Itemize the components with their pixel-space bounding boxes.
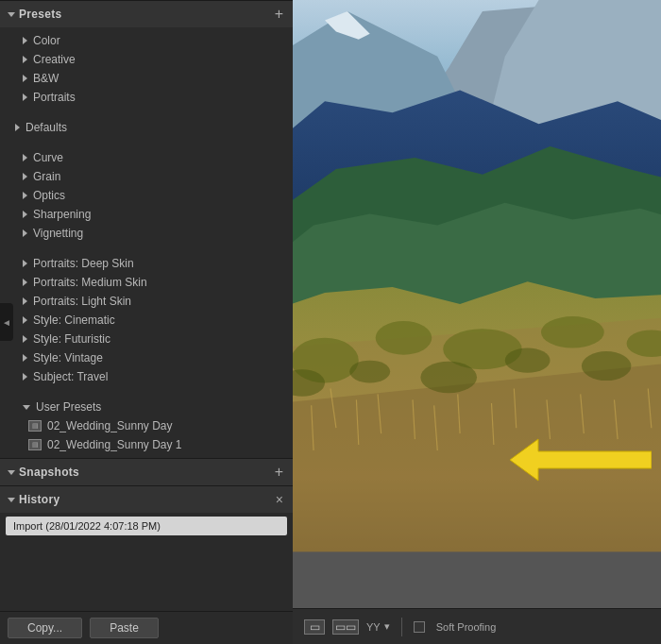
curve-expand-icon: [23, 154, 27, 161]
preset-item-vignetting[interactable]: Vignetting: [0, 224, 293, 243]
preset-label-curve: Curve: [33, 151, 63, 164]
presets-header-left: Presets: [8, 8, 61, 21]
style-cinematic-expand-icon: [23, 316, 27, 324]
divider-2: [0, 139, 293, 146]
svg-point-12: [376, 321, 432, 355]
preset-file-icon-2: ▤: [28, 439, 42, 450]
left-panel-content: Presets + Color Creative: [0, 0, 293, 644]
sharpening-expand-icon: [23, 211, 27, 218]
divider-1: [0, 109, 293, 116]
presets-main-group: Color Creative B&W Portraits: [0, 29, 293, 109]
image-area: [293, 0, 661, 608]
preset-label-defaults: Defaults: [25, 121, 67, 134]
preset-label-subject-travel: Subject: Travel: [33, 370, 108, 383]
compare-icon[interactable]: ▭▭: [332, 619, 359, 635]
user-presets-expand-icon: [23, 405, 30, 410]
preset-item-style-vintage[interactable]: Style: Vintage: [0, 348, 293, 367]
snapshots-section: Snapshots +: [0, 458, 293, 485]
user-presets-group: User Presets ▤ 02_Wedding_Sunny Day ▤ 02…: [0, 396, 293, 456]
style-vintage-expand-icon: [23, 354, 27, 362]
vignetting-expand-icon: [23, 229, 27, 237]
preset-item-curve[interactable]: Curve: [0, 148, 293, 167]
preset-item-user-presets[interactable]: User Presets: [0, 398, 293, 416]
user-preset-item-2[interactable]: ▤ 02_Wedding_Sunny Day 1: [0, 435, 293, 454]
svg-point-17: [349, 361, 390, 383]
presets-title: Presets: [19, 8, 61, 21]
presets-collapse-icon: [8, 12, 15, 17]
snapshots-add-button[interactable]: +: [275, 465, 283, 480]
portraits-light-expand-icon: [23, 297, 27, 305]
snapshots-header-left: Snapshots: [8, 466, 79, 479]
snapshots-header[interactable]: Snapshots +: [0, 458, 293, 485]
preset-item-portraits-deep[interactable]: Portraits: Deep Skin: [0, 254, 293, 273]
preset-item-optics[interactable]: Optics: [0, 186, 293, 205]
soft-proofing-checkbox[interactable]: [414, 621, 425, 633]
preset-label-style-vintage: Style: Vintage: [33, 351, 103, 364]
preset-item-style-futuristic[interactable]: Style: Futuristic: [0, 330, 293, 348]
presets-style-group: Portraits: Deep Skin Portraits: Medium S…: [0, 252, 293, 388]
preset-label-portraits-medium: Portraits: Medium Skin: [33, 276, 147, 289]
divider-3: [0, 245, 293, 252]
landscape-svg: [293, 0, 661, 608]
grain-expand-icon: [23, 173, 27, 180]
snapshots-collapse-icon: [8, 470, 15, 475]
portraits-deep-expand-icon: [23, 260, 27, 267]
svg-point-18: [420, 362, 477, 393]
collapse-panel-button[interactable]: ◄: [0, 303, 13, 341]
format-arrow: ▾: [384, 620, 390, 633]
svg-point-14: [541, 316, 604, 347]
preset-label-portraits: Portraits: [33, 91, 76, 104]
divider-4: [0, 388, 293, 396]
defaults-expand-icon: [15, 124, 20, 131]
copy-button[interactable]: Copy...: [8, 618, 82, 638]
right-panel: ▭ ▭▭ YY ▾ Soft Proofing: [293, 0, 661, 644]
creative-expand-icon: [23, 56, 27, 63]
presets-add-button[interactable]: +: [275, 7, 283, 22]
preset-label-portraits-deep: Portraits: Deep Skin: [33, 257, 134, 270]
preset-item-grain[interactable]: Grain: [0, 167, 293, 186]
user-preset-label-1: 02_Wedding_Sunny Day: [47, 419, 173, 432]
presets-content: Color Creative B&W Portraits: [0, 27, 293, 458]
bw-expand-icon: [23, 75, 27, 82]
format-label: YY: [366, 621, 381, 633]
soft-proofing-label: Soft Proofing: [436, 621, 497, 633]
preset-item-subject-travel[interactable]: Subject: Travel: [0, 367, 293, 386]
preset-label-vignetting: Vignetting: [33, 227, 83, 240]
preset-item-creative[interactable]: Creative: [0, 50, 293, 69]
history-header[interactable]: History ×: [0, 485, 293, 513]
right-bottom-bar: ▭ ▭▭ YY ▾ Soft Proofing: [293, 608, 661, 644]
svg-rect-37: [293, 551, 661, 608]
paste-button[interactable]: Paste: [90, 618, 159, 638]
preset-label-creative: Creative: [33, 53, 76, 66]
preset-item-bw[interactable]: B&W: [0, 69, 293, 88]
preset-item-portraits-light[interactable]: Portraits: Light Skin: [0, 292, 293, 311]
history-header-right: ×: [276, 492, 283, 507]
preset-item-sharpening[interactable]: Sharpening: [0, 205, 293, 224]
view-mode-icon[interactable]: ▭: [304, 619, 325, 635]
preset-label-portraits-light: Portraits: Light Skin: [33, 295, 131, 308]
preset-label-style-cinematic: Style: Cinematic: [33, 314, 115, 327]
preset-label-sharpening: Sharpening: [33, 208, 91, 221]
preset-label-user-presets: User Presets: [36, 400, 101, 414]
history-content: Import (28/01/2022 4:07:18 PM): [0, 513, 293, 539]
preset-label-bw: B&W: [33, 72, 59, 85]
preset-file-icon-1: ▤: [28, 420, 42, 432]
history-item-1[interactable]: Import (28/01/2022 4:07:18 PM): [6, 517, 287, 535]
history-close-button[interactable]: ×: [276, 492, 283, 507]
user-preset-item-1[interactable]: ▤ 02_Wedding_Sunny Day: [0, 416, 293, 435]
preset-item-defaults[interactable]: Defaults: [0, 118, 293, 137]
preset-item-color[interactable]: Color: [0, 31, 293, 50]
history-section: History × Import (28/01/2022 4:07:18 PM): [0, 485, 293, 539]
style-futuristic-expand-icon: [23, 335, 27, 343]
preset-item-portraits[interactable]: Portraits: [0, 88, 293, 107]
history-collapse-icon: [8, 498, 15, 502]
preset-label-grain: Grain: [33, 170, 60, 183]
history-title: History: [19, 493, 59, 506]
user-preset-label-2: 02_Wedding_Sunny Day 1: [47, 438, 182, 451]
preset-item-style-cinematic[interactable]: Style: Cinematic: [0, 311, 293, 330]
preset-item-portraits-medium[interactable]: Portraits: Medium Skin: [0, 273, 293, 292]
presets-header[interactable]: Presets +: [0, 0, 293, 27]
history-header-left: History: [8, 493, 59, 506]
presets-section: Presets + Color Creative: [0, 0, 293, 458]
bottom-separator: [401, 618, 402, 636]
